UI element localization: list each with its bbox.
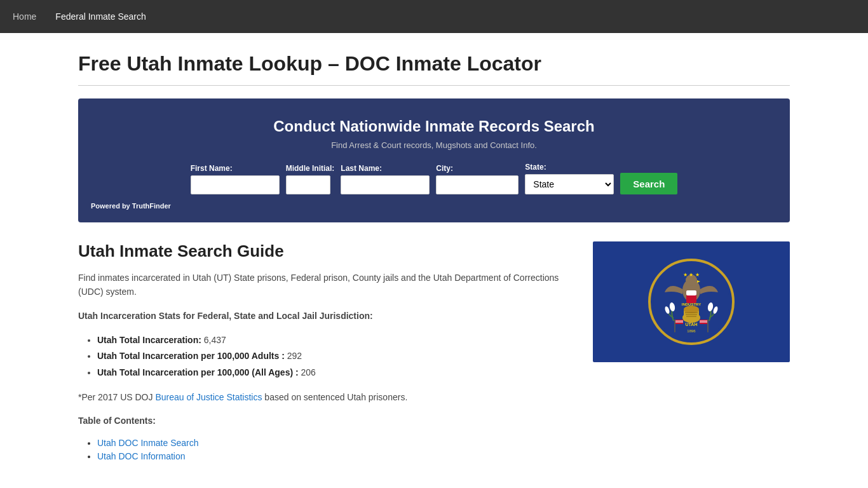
state-group: State: State Alabama Alaska Arizona Arka…: [525, 163, 614, 194]
svg-text:UTAH: UTAH: [686, 322, 698, 327]
state-select[interactable]: State Alabama Alaska Arizona Arkansas Ca…: [525, 174, 614, 194]
svg-text:1896: 1896: [687, 329, 696, 333]
list-item: Utah Total Incarceration: 6,437: [97, 332, 574, 348]
toc-link-1[interactable]: Utah DOC Inmate Search: [97, 438, 199, 448]
stats-heading: Utah Incarceration Stats for Federal, St…: [78, 309, 574, 323]
state-label: State:: [525, 163, 546, 172]
last-name-group: Last Name:: [341, 164, 430, 194]
utah-flag-container: ★ ★ ★ INDUSTRY UTAH 1896: [593, 241, 790, 362]
list-item: Utah Total Incarceration per 100,000 (Al…: [97, 365, 574, 381]
middle-initial-label: Middle Initial:: [286, 164, 335, 173]
middle-initial-group: Middle Initial:: [286, 164, 335, 194]
navigation: Home Federal Inmate Search: [0, 0, 868, 33]
svg-rect-26: [707, 320, 709, 332]
list-item: Utah Total Incarceration per 100,000 Adu…: [97, 348, 574, 364]
source-note: *Per 2017 US DOJ Bureau of Justice Stati…: [78, 390, 574, 404]
stat-label-1: Utah Total Incarceration:: [97, 335, 201, 345]
utah-seal: ★ ★ ★ INDUSTRY UTAH 1896: [647, 257, 736, 346]
list-item: Utah DOC Information: [97, 451, 574, 461]
bjs-link[interactable]: Bureau of Justice Statistics: [155, 392, 262, 402]
guide-heading: Utah Inmate Search Guide: [78, 241, 574, 261]
stat-value-3: 206: [301, 367, 316, 377]
guide-description: Find inmates incarcerated in Utah (UT) S…: [78, 271, 574, 299]
content-area: Utah Inmate Search Guide Find inmates in…: [78, 241, 790, 464]
page-title: Free Utah Inmate Lookup – DOC Inmate Loc…: [78, 52, 790, 86]
source-note-pre: *Per 2017 US DOJ: [78, 392, 155, 402]
first-name-group: First Name:: [191, 164, 280, 194]
svg-rect-22: [674, 320, 675, 332]
search-fields: First Name: Middle Initial: Last Name: C…: [91, 163, 777, 194]
main-container: Free Utah Inmate Lookup – DOC Inmate Loc…: [65, 33, 803, 484]
search-widget: Conduct Nationwide Inmate Records Search…: [78, 98, 790, 222]
stat-label-3: Utah Total Incarceration per 100,000 (Al…: [97, 367, 299, 377]
source-note-post: based on sentenced Utah prisoners.: [262, 392, 407, 402]
stat-value-2: 292: [287, 351, 302, 361]
city-input[interactable]: [436, 175, 519, 194]
last-name-label: Last Name:: [341, 164, 382, 173]
search-widget-heading: Conduct Nationwide Inmate Records Search: [91, 118, 777, 135]
svg-text:★ ★ ★: ★ ★ ★: [683, 272, 699, 278]
first-name-input[interactable]: [191, 175, 280, 194]
toc-link-2[interactable]: Utah DOC Information: [97, 451, 186, 461]
middle-initial-input[interactable]: [286, 175, 330, 194]
last-name-input[interactable]: [341, 175, 430, 194]
search-widget-subtitle: Find Arrest & Court records, Mugshots an…: [91, 140, 777, 150]
content-text: Utah Inmate Search Guide Find inmates in…: [78, 241, 574, 464]
svg-rect-6: [686, 290, 696, 295]
search-button[interactable]: Search: [620, 173, 677, 194]
stats-list: Utah Total Incarceration: 6,437 Utah Tot…: [78, 332, 574, 381]
list-item: Utah DOC Inmate Search: [97, 438, 574, 448]
toc-list: Utah DOC Inmate Search Utah DOC Informat…: [78, 438, 574, 461]
first-name-label: First Name:: [191, 164, 233, 173]
stat-label-2: Utah Total Incarceration per 100,000 Adu…: [97, 351, 285, 361]
nav-home[interactable]: Home: [13, 5, 36, 28]
svg-text:INDUSTRY: INDUSTRY: [682, 302, 701, 306]
city-label: City:: [436, 164, 453, 173]
toc-heading: Table of Contents:: [78, 414, 574, 428]
powered-by: Powered by TruthFinder: [91, 202, 777, 210]
city-group: City:: [436, 164, 519, 194]
svg-point-11: [684, 306, 699, 313]
nav-federal-inmate-search[interactable]: Federal Inmate Search: [55, 5, 146, 28]
stat-value-1: 6,437: [204, 335, 226, 345]
